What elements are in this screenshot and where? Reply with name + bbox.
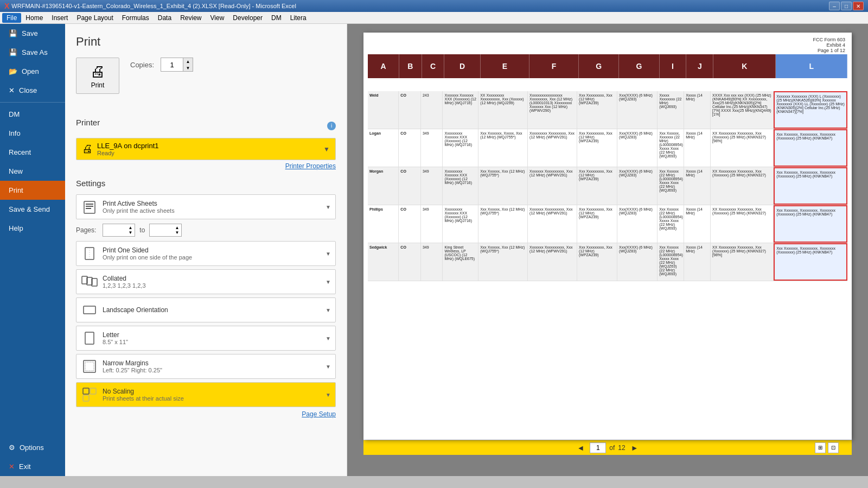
printer-icon: 🖨: [90, 62, 105, 80]
sidebar-item-save[interactable]: 💾 Save: [0, 24, 65, 43]
table-row: Weld CO 243 Xxxxxxx Xxxxxxx XXX (Xxxxxxx…: [368, 91, 847, 129]
sidebar-item-recent[interactable]: Recent: [0, 143, 65, 162]
sidebar-item-exit[interactable]: ✕ Exit: [0, 457, 65, 476]
setting-active-sheets[interactable]: Print Active Sheets Only print the activ…: [76, 194, 336, 219]
svg-rect-15: [83, 395, 89, 401]
sidebar-item-dm[interactable]: DM: [0, 105, 65, 124]
cell-f-5: Xxxxxxx Xxxxxxxxxx, Xxx (12 MHz) (WPWV29…: [528, 243, 577, 281]
setting-one-sided[interactable]: Print One Sided Only print on one side o…: [76, 241, 336, 266]
copies-input[interactable]: [161, 58, 183, 71]
letter-icon: [81, 329, 98, 347]
menu-review[interactable]: Review: [176, 13, 206, 23]
setting-collated[interactable]: Collated 1,2,3 1,2,3 1,2,3 ▼: [76, 269, 336, 294]
page-prev-button[interactable]: ◄: [575, 443, 586, 452]
cell-num-3: 349: [421, 167, 443, 205]
menu-view[interactable]: View: [206, 13, 229, 23]
setting-scaling[interactable]: No Scaling Print sheets at their actual …: [76, 382, 336, 407]
cell-e-5: Xxx Xxxxxx, Xxx (12 MHz) (WQJ755*): [478, 243, 528, 281]
copies-down-button[interactable]: ▼: [183, 65, 193, 71]
pages-to-input[interactable]: ▲▼: [149, 224, 182, 237]
svg-rect-10: [85, 332, 94, 344]
sidebar-item-close[interactable]: ✕ Close: [0, 81, 65, 100]
col-l: L: [776, 54, 847, 78]
menu-home[interactable]: Home: [21, 13, 47, 23]
menu-page-layout[interactable]: Page Layout: [72, 13, 117, 23]
menu-formulas[interactable]: Formulas: [118, 13, 154, 23]
sidebar-item-save-as[interactable]: 💾 Save As: [0, 43, 65, 62]
cell-num-2: 349: [421, 129, 443, 167]
menu-file[interactable]: File: [2, 13, 21, 23]
menu-litera[interactable]: Litera: [286, 13, 311, 23]
menu-dm[interactable]: DM: [267, 13, 286, 23]
page-total-label: 12: [618, 444, 625, 452]
close-button[interactable]: ✕: [853, 2, 864, 10]
minimize-button[interactable]: –: [829, 2, 840, 10]
one-sided-main: Print One Sided: [103, 246, 321, 254]
info-icon[interactable]: i: [327, 122, 336, 130]
pages-label: Pages:: [76, 226, 96, 234]
cell-i-1: Xxxxx Xxxxxxxx (22 MHz) (WQJ693): [658, 91, 684, 129]
pages-from-input[interactable]: ▲▼: [103, 224, 135, 237]
page-setup-link[interactable]: Page Setup: [76, 410, 336, 418]
sidebar-item-open[interactable]: 📂 Open: [0, 62, 65, 81]
menu-insert[interactable]: Insert: [47, 13, 72, 23]
page-number-input[interactable]: [590, 442, 606, 453]
scaling-text: No Scaling Print sheets at their actual …: [103, 388, 321, 402]
active-sheets-icon: [81, 198, 98, 216]
exhibit-label: Exhibit 4: [813, 42, 845, 48]
printer-properties-link[interactable]: Printer Properties: [76, 162, 336, 170]
preview-sheet: FCC Form 603 Exhibit 4 Page 1 of 12 A B …: [363, 33, 852, 440]
cell-num-5: 349: [421, 243, 443, 281]
cell-j-1: Xxxxx (14 MHz): [684, 91, 711, 129]
menu-developer[interactable]: Developer: [228, 13, 267, 23]
copies-up-button[interactable]: ▲: [183, 58, 193, 65]
setting-letter[interactable]: Letter 8.5" x 11" ▼: [76, 326, 336, 351]
pages-row: Pages: ▲▼ to ▲▼: [76, 223, 336, 238]
table-row: Phillips CO 349 Xxxxxxxxx Xxxxxxx XXX (X…: [368, 205, 847, 243]
setting-landscape[interactable]: Landscape Orientation ▼: [76, 297, 336, 322]
cell-d-5: King Street Wireless, LP (USCOC) (12 MHz…: [443, 243, 478, 281]
sidebar-item-new[interactable]: New: [0, 162, 65, 181]
setting-margins[interactable]: Narrow Margins Left: 0.25" Right: 0.25" …: [76, 354, 336, 379]
collated-sub: 1,2,3 1,2,3 1,2,3: [103, 282, 321, 289]
svg-rect-9: [84, 306, 95, 314]
cell-j-3: Xxxxx (14 MHz): [684, 167, 711, 205]
sheet-body: Weld CO 243 Xxxxxxx Xxxxxxx XXX (Xxxxxxx…: [368, 91, 847, 435]
sidebar-item-options[interactable]: ⚙ Options: [0, 438, 65, 457]
cell-l-3: Xxx Xxxxxxx, Xxxxxxxxx, Xxxxxxxx (Xxxxxx…: [774, 167, 847, 205]
col-e: E: [481, 54, 530, 78]
cell-g2-2: Xxx(XXXX) (6 MHz) (WQJZ83): [617, 129, 658, 167]
svg-rect-14: [90, 388, 96, 394]
cell-k-1: XXXX Xxx xxx xxx (XXX) (25 MHz)(KNKA649)…: [711, 91, 774, 129]
view-icon-2[interactable]: ⊡: [828, 442, 839, 453]
cell-state-3: CO: [399, 167, 421, 205]
page-nav: ◄ of 12 ► ⊞ ⊡: [363, 440, 852, 455]
printer-select[interactable]: 🖨 LLE_9A on dcprint1 Ready ▼: [76, 138, 336, 160]
one-sided-icon: [81, 245, 98, 262]
options-icon: ⚙: [9, 443, 15, 452]
cell-f-2: Xxxxxxxxx Xxxxxxxxx, Xxx (12 MHz) (WPWV2…: [528, 129, 577, 167]
col-f: F: [529, 54, 579, 78]
sidebar-item-help[interactable]: Help: [0, 219, 65, 238]
print-button[interactable]: 🖨 Print: [76, 58, 119, 94]
cell-k-3: XX Xxxxxxxxx Xxxxxxxx, Xxx (Xxxxxxx) (25…: [711, 167, 774, 205]
svg-rect-13: [83, 388, 89, 394]
cell-g1-4: Xxx Xxxxxxxxx, Xxx (12 MHz) (WPZA239): [577, 205, 617, 243]
svg-rect-12: [85, 362, 94, 371]
letter-main: Letter: [103, 331, 321, 339]
cell-d-3: Xxxxxxxxx Xxxxxxx XXX (Xxxxxxx) (12 MHz)…: [443, 167, 478, 205]
sidebar-item-save-send[interactable]: Save & Send: [0, 200, 65, 219]
col-d: D: [444, 54, 480, 78]
view-icon-1[interactable]: ⊞: [815, 442, 826, 453]
menu-data[interactable]: Data: [154, 13, 176, 23]
cell-l-4: Xxx Xxxxxxx, Xxxxxxxxx, Xxxxxxxx (Xxxxxx…: [774, 205, 847, 243]
page-next-button[interactable]: ►: [629, 443, 641, 452]
landscape-text: Landscape Orientation: [103, 306, 321, 314]
maximize-button[interactable]: □: [841, 2, 852, 10]
sidebar-item-print[interactable]: Print: [0, 181, 65, 200]
form-label: FCC Form 603: [813, 37, 845, 42]
scaling-icon: [81, 386, 98, 403]
printer-section-title: Printer: [76, 118, 100, 127]
collated-icon: [81, 273, 98, 290]
sidebar-item-info[interactable]: Info: [0, 124, 65, 143]
